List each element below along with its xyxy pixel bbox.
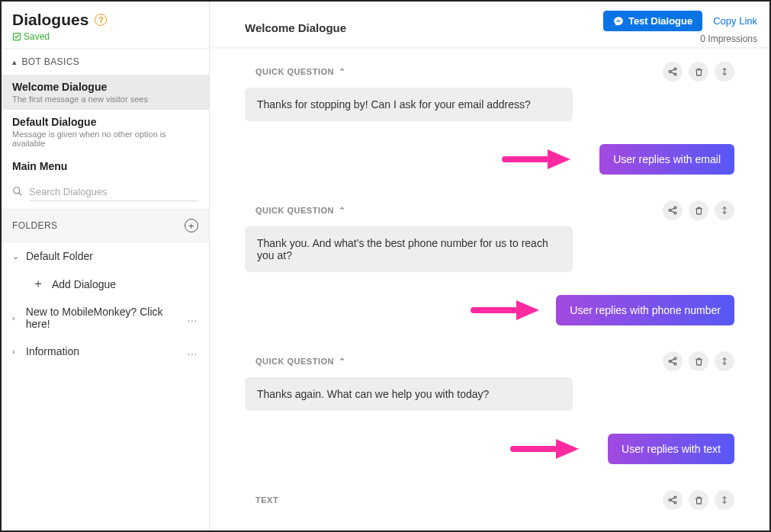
canvas: QUICK QUESTION ⌃ xyxy=(210,48,769,530)
copy-link[interactable]: Copy Link xyxy=(713,15,757,27)
dialogue-item-mainmenu[interactable]: Main Menu xyxy=(2,154,209,178)
dialogue-name: Main Menu xyxy=(12,160,198,172)
annotation-arrow xyxy=(510,439,579,459)
chevron-down-icon: ⌄ xyxy=(12,252,21,261)
svg-line-31 xyxy=(671,501,675,502)
user-reply-chip[interactable]: User replies with text xyxy=(608,434,734,464)
check-icon xyxy=(12,32,21,41)
main: Welcome Dialogue Test Dialogue Copy Link… xyxy=(210,2,769,530)
trash-icon[interactable] xyxy=(689,490,708,510)
svg-line-22 xyxy=(671,359,675,361)
chevron-up-icon: ▴ xyxy=(12,57,17,67)
svg-rect-9 xyxy=(502,156,549,162)
dialogue-item-default[interactable]: Default Dialogue Message is given when n… xyxy=(2,110,209,154)
annotation-arrow xyxy=(471,300,539,320)
page-title: Dialogues xyxy=(12,11,88,29)
svg-line-2 xyxy=(19,192,22,195)
share-icon[interactable] xyxy=(663,351,683,371)
sidebar: Dialogues ? Saved ▴ BOT BASICS Welcome D… xyxy=(2,2,210,530)
test-dialogue-label: Test Dialogue xyxy=(628,15,692,27)
chevron-right-icon: › xyxy=(12,347,21,356)
widget-type-label[interactable]: QUICK QUESTION ⌃ xyxy=(245,67,345,77)
dialogue-title: Welcome Dialogue xyxy=(245,21,346,34)
folder-new-to-mm[interactable]: › New to MobileMonkey? Click here! … xyxy=(2,298,209,338)
svg-rect-25 xyxy=(510,446,557,452)
trash-icon[interactable] xyxy=(689,62,708,82)
trash-icon[interactable] xyxy=(689,200,708,220)
bot-message[interactable]: Thanks for stopping by! Can I ask for yo… xyxy=(245,88,573,121)
dialogue-name: Default Dialogue xyxy=(12,116,198,128)
folder-label: Default Folder xyxy=(26,250,93,262)
saved-label: Saved xyxy=(24,31,50,42)
saved-badge: Saved xyxy=(12,31,198,42)
chevron-up-icon: ⌃ xyxy=(339,67,346,77)
move-icon[interactable] xyxy=(715,490,734,510)
widget-quick-question: QUICK QUESTION ⌃ xyxy=(245,200,734,325)
widget-quick-question: QUICK QUESTION ⌃ xyxy=(245,351,734,464)
svg-line-14 xyxy=(671,208,675,210)
folders-header: FOLDERS + xyxy=(2,209,209,242)
bot-message[interactable]: Thanks again. What can we help you with … xyxy=(245,377,573,411)
move-icon[interactable] xyxy=(715,62,734,82)
folder-information[interactable]: › Information … xyxy=(2,338,209,365)
folders-label: FOLDERS xyxy=(12,220,57,231)
svg-point-1 xyxy=(14,187,20,193)
bot-message[interactable]: Thank you. And what's the best phone num… xyxy=(245,226,573,272)
chevron-up-icon: ⌃ xyxy=(339,357,346,367)
share-icon[interactable] xyxy=(663,200,683,220)
svg-marker-10 xyxy=(548,149,570,169)
svg-line-30 xyxy=(671,498,675,499)
svg-marker-18 xyxy=(516,300,539,320)
section-label: BOT BASICS xyxy=(21,56,79,67)
plus-icon: ＋ xyxy=(32,276,44,292)
svg-line-7 xyxy=(671,72,675,74)
test-dialogue-button[interactable]: Test Dialogue xyxy=(603,11,702,31)
svg-line-6 xyxy=(671,69,675,71)
dialogue-name: Welcome Dialogue xyxy=(12,81,198,93)
add-dialogue-button[interactable]: ＋ Add Dialogue xyxy=(2,270,209,298)
dialogue-desc: Message is given when no other option is… xyxy=(12,130,198,148)
help-icon[interactable]: ? xyxy=(95,14,107,26)
search-icon xyxy=(12,186,23,199)
chevron-right-icon: › xyxy=(12,313,21,322)
impressions-count: 0 Impressions xyxy=(700,34,757,44)
folder-default[interactable]: ⌄ Default Folder xyxy=(2,242,209,270)
annotation-arrow xyxy=(502,149,570,169)
more-icon[interactable]: … xyxy=(187,345,198,357)
svg-line-15 xyxy=(671,211,675,213)
main-header: Welcome Dialogue Test Dialogue Copy Link… xyxy=(210,2,769,48)
svg-rect-17 xyxy=(471,307,518,313)
folder-label: Information xyxy=(26,345,79,357)
messenger-icon xyxy=(613,16,624,27)
folder-label: New to MobileMonkey? Click here! xyxy=(26,306,187,330)
user-reply-chip[interactable]: User replies with phone number xyxy=(556,295,734,325)
widget-type-label[interactable]: TEXT xyxy=(245,495,278,505)
move-icon[interactable] xyxy=(715,351,734,371)
add-folder-button[interactable]: + xyxy=(185,219,198,232)
more-icon[interactable]: … xyxy=(187,312,198,324)
add-dialogue-label: Add Dialogue xyxy=(52,278,116,290)
trash-icon[interactable] xyxy=(689,351,708,371)
search-input[interactable] xyxy=(29,183,198,201)
svg-line-23 xyxy=(671,362,675,364)
chevron-up-icon: ⌃ xyxy=(339,206,346,216)
svg-marker-26 xyxy=(556,439,579,459)
section-bot-basics[interactable]: ▴ BOT BASICS xyxy=(2,48,209,75)
widget-text: TEXT Great. Someon xyxy=(245,490,734,530)
share-icon[interactable] xyxy=(663,62,683,82)
dialogue-desc: The first message a new visitor sees xyxy=(12,95,198,104)
widget-type-label[interactable]: QUICK QUESTION ⌃ xyxy=(245,357,345,367)
widget-quick-question: QUICK QUESTION ⌃ xyxy=(245,62,734,175)
move-icon[interactable] xyxy=(715,200,734,220)
user-reply-chip[interactable]: User replies with email xyxy=(599,144,734,175)
share-icon[interactable] xyxy=(663,490,683,510)
widget-type-label[interactable]: QUICK QUESTION ⌃ xyxy=(245,206,345,216)
dialogue-item-welcome[interactable]: Welcome Dialogue The first message a new… xyxy=(2,75,209,110)
